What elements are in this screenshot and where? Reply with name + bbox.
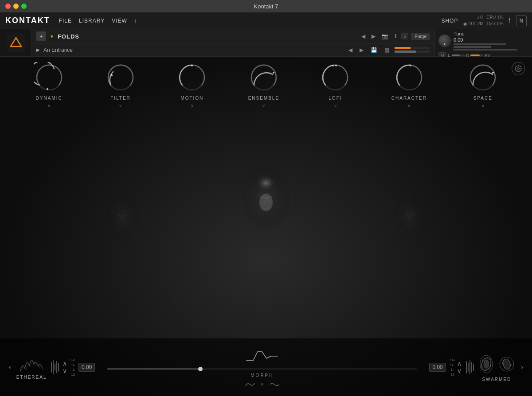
dynamic-expand[interactable]: ∨: [47, 103, 51, 108]
svg-rect-25: [51, 362, 52, 373]
minimize-button[interactable]: [13, 4, 19, 9]
info-icon[interactable]: ℹ: [393, 32, 399, 40]
instrument-controls: ◀ ▶ 📷 ℹ S Purge: [360, 32, 430, 40]
svg-point-20: [335, 65, 337, 66]
motion-expand[interactable]: ∨: [191, 103, 194, 108]
dynamic-knob[interactable]: [34, 62, 65, 93]
right-volume-slider[interactable]: [470, 54, 484, 56]
preset-next-icon[interactable]: ▶: [358, 46, 365, 54]
warning-icon[interactable]: !: [509, 17, 511, 25]
pitch-down-right-icon[interactable]: ∨: [457, 368, 462, 374]
filter-knob-container: [105, 62, 136, 93]
svg-point-24: [492, 72, 494, 74]
instrument-name: FOLDS: [58, 33, 356, 40]
midi-stat: ♩ 0 CPU 1%: [463, 15, 503, 21]
pitch-control-right: +12 +1 -1 -12 ∧ ∨: [450, 358, 462, 377]
close-button[interactable]: [5, 4, 11, 9]
pitch-up-right-icon[interactable]: ∧: [457, 361, 462, 367]
lofi-knob[interactable]: [320, 62, 351, 93]
instrument-center: ✦ ▼ FOLDS ◀ ▶ 📷 ℹ S Purge ▶ An Entrance …: [32, 29, 434, 56]
instrument-top-row: ✦ ▼ FOLDS ◀ ▶ 📷 ℹ S Purge: [32, 30, 434, 44]
camera-icon[interactable]: 📷: [380, 32, 390, 40]
purge-button[interactable]: Purge: [411, 33, 430, 40]
menu-file[interactable]: FILE: [59, 18, 72, 24]
filter-knob[interactable]: [105, 62, 136, 93]
space-knob[interactable]: [467, 62, 498, 93]
instrument-settings-icon[interactable]: ✦: [36, 31, 46, 41]
morph-wave-icon-2: [269, 381, 280, 388]
lofi-knob-group: LOFI ∨: [320, 62, 351, 108]
preset-arrow-icon[interactable]: ▶: [36, 47, 40, 52]
tune-label: Tune: [454, 31, 528, 36]
instrument-header: ✦ ▼ FOLDS ◀ ▶ 📷 ℹ S Purge ▶ An Entrance …: [0, 29, 532, 57]
pitch-plus1-right: +1: [450, 363, 454, 367]
motion-label: MOTION: [180, 96, 203, 101]
traffic-lights: [5, 4, 27, 9]
kontakt-logo: KONTAKT: [5, 16, 50, 25]
right-nav-icon[interactable]: ›: [519, 362, 525, 373]
character-knob-group: CHARACTER ∨: [391, 62, 427, 108]
ethereal-group: ETHEREAL: [16, 355, 47, 380]
ensemble-knob[interactable]: [248, 62, 279, 93]
title-bar: Kontakt 7: [0, 0, 532, 12]
lofi-label: LOFI: [329, 96, 342, 101]
expand-arrow-icon[interactable]: ▼: [50, 34, 54, 39]
tune-knob[interactable]: [438, 35, 451, 47]
svg-point-13: [111, 74, 113, 76]
instrument-bottom-row: ▶ An Entrance ◀ ▶ 💾 ▤: [32, 44, 434, 56]
folds-logo-icon: [7, 34, 25, 52]
ni-logo: N: [516, 16, 527, 26]
svg-rect-32: [469, 360, 470, 374]
swarmed-visuals: [477, 353, 516, 375]
window-title: Kontakt 7: [254, 3, 278, 10]
ensemble-expand[interactable]: ∨: [262, 103, 265, 108]
menu-sort[interactable]: ↕: [134, 18, 137, 24]
motion-knob[interactable]: [176, 62, 207, 93]
pitch-up-left-icon[interactable]: ∧: [63, 361, 67, 367]
ensemble-label: ENSEMBLE: [248, 96, 279, 101]
level-bars: [395, 47, 430, 53]
svg-rect-34: [473, 364, 474, 371]
lofi-expand[interactable]: ∨: [334, 103, 337, 108]
pitch-down-left-icon[interactable]: ∨: [63, 368, 67, 374]
motion-knob-container: [176, 62, 207, 93]
pitch-value-right: 0.00: [429, 363, 446, 372]
morph-wave-icon-1: [245, 381, 255, 388]
pitch-value-left: 0.00: [78, 363, 95, 372]
svg-point-19: [332, 65, 334, 66]
morph-label: MORPH: [250, 373, 274, 378]
shop-button[interactable]: SHOP: [441, 18, 458, 24]
options-icon[interactable]: ▤: [383, 46, 391, 54]
character-label: CHARACTER: [391, 96, 427, 101]
preset-prev-icon[interactable]: ◀: [347, 46, 354, 54]
ethereal-label: ETHEREAL: [16, 375, 47, 380]
menu-library[interactable]: LIBRARY: [79, 18, 105, 24]
save-icon[interactable]: 💾: [369, 46, 379, 54]
s-button[interactable]: S: [401, 33, 408, 39]
menu-items: FILE LIBRARY VIEW ↕: [59, 18, 442, 24]
left-volume-slider[interactable]: [452, 54, 465, 56]
svg-rect-27: [55, 364, 55, 371]
character-knob[interactable]: [394, 62, 425, 93]
swarmed-orb-2: [498, 353, 516, 375]
menu-right: SHOP ♩ 0 CPU 1% ◉ 101.2M Disk 0% ! N: [441, 15, 527, 27]
tune-bars: [454, 43, 528, 50]
menu-view[interactable]: VIEW: [112, 18, 127, 24]
pitch-plus12-left: +12: [69, 358, 75, 362]
filter-expand[interactable]: ∨: [119, 103, 122, 108]
maximize-button[interactable]: [21, 4, 27, 9]
prev-preset-icon[interactable]: ◀: [360, 32, 367, 40]
character-expand[interactable]: ∨: [407, 103, 411, 108]
ethereal-waveform: [18, 355, 45, 373]
dynamic-knob-group: DYNAMIC ∨: [34, 62, 65, 108]
next-preset-icon[interactable]: ▶: [370, 32, 377, 40]
left-nav-icon[interactable]: ‹: [7, 362, 13, 373]
tune-value: 0.00: [454, 37, 528, 43]
controls-row: DYNAMIC ∨ FILTER ∨: [0, 62, 532, 108]
instrument-logo-area: [0, 29, 32, 56]
morph-slider[interactable]: [107, 369, 417, 369]
space-expand[interactable]: ∨: [481, 103, 485, 108]
swarmed-label: SWARMED: [482, 377, 511, 382]
svg-rect-30: [466, 361, 467, 373]
pitch-scale-left: +12 +1 -1 -12: [69, 358, 75, 377]
